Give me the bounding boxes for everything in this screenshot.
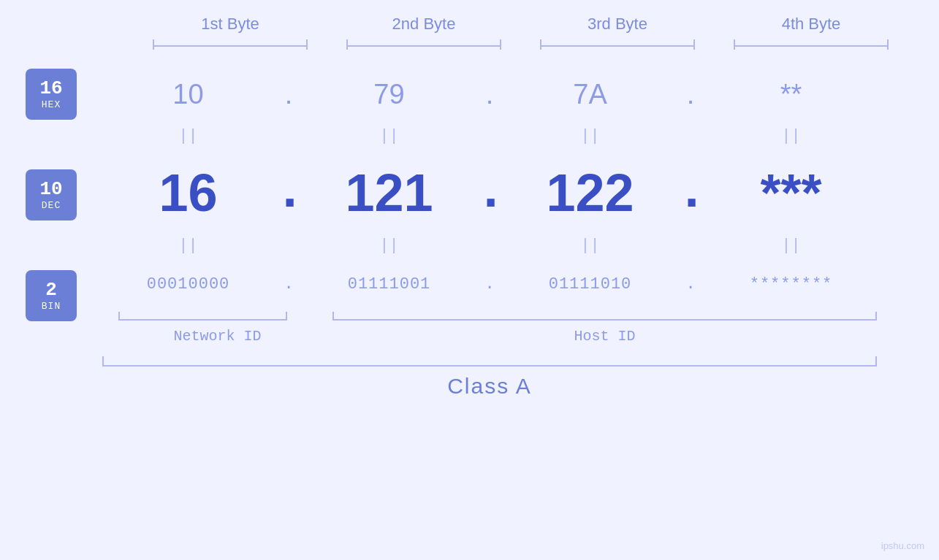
dec-byte4-value: *** <box>760 164 821 222</box>
bin-byte1-value: 00010000 <box>147 275 230 294</box>
byte2-header: 2nd Byte <box>327 15 521 39</box>
class-bracket-section: Class A <box>102 356 877 399</box>
bin-badge: 2 BIN <box>26 270 77 321</box>
bin-byte3: 01111010 <box>504 275 676 294</box>
byte1-header: 1st Byte <box>134 15 327 39</box>
dec-dot1: . <box>274 166 303 219</box>
dec-dot2: . <box>475 166 504 219</box>
class-label: Class A <box>447 374 532 398</box>
id-labels-row: Network ID Host ID <box>102 328 877 345</box>
hex-byte2-value: 79 <box>373 79 404 110</box>
bin-badge-number: 2 <box>45 280 57 301</box>
hex-byte4-value: ** <box>780 79 802 110</box>
hex-row: 10 . 79 . 7A . ** <box>102 65 877 123</box>
bin-byte2: 01111001 <box>303 275 475 294</box>
equals-1-b4: || <box>705 127 877 145</box>
byte3-header: 3rd Byte <box>521 15 715 39</box>
dec-byte2: 121 <box>303 166 475 219</box>
watermark: ipshu.com <box>881 540 924 551</box>
equals-2-b2: || <box>303 237 475 255</box>
badge-column: 16 HEX 10 DEC 2 BIN <box>0 61 102 399</box>
dec-badge: 10 DEC <box>26 169 77 220</box>
hex-badge-label: HEX <box>42 99 61 110</box>
dec-byte4: *** <box>705 166 877 219</box>
hex-byte4: ** <box>705 79 877 110</box>
bin-byte4: ******** <box>705 275 877 294</box>
equals-1-b3: || <box>504 127 676 145</box>
dec-byte3: 122 <box>504 166 676 219</box>
bin-byte1: 00010000 <box>102 275 274 294</box>
bin-byte3-value: 01111010 <box>549 275 632 294</box>
host-id-bracket <box>332 309 877 323</box>
dec-badge-number: 10 <box>39 179 62 200</box>
host-id-label: Host ID <box>332 328 877 345</box>
bin-dot1: . <box>274 275 303 294</box>
bytes-area: 10 . 79 . 7A . ** || || <box>102 61 939 399</box>
bin-byte4-value: ******** <box>750 275 833 294</box>
bracket-byte3 <box>521 39 715 54</box>
equals-row-1: || || || || <box>102 123 877 149</box>
hex-dot2: . <box>475 79 504 110</box>
equals-1-b1: || <box>102 127 274 145</box>
bin-dot2: . <box>475 275 504 294</box>
header-brackets <box>134 39 908 54</box>
hex-byte1-value: 10 <box>172 79 203 110</box>
hex-badge: 16 HEX <box>26 69 77 120</box>
hex-dot3: . <box>676 79 705 110</box>
bin-byte2-value: 01111001 <box>348 275 431 294</box>
dec-byte3-value: 122 <box>546 164 634 222</box>
dec-dot3: . <box>676 166 705 219</box>
hex-dot1: . <box>274 79 303 110</box>
byte4-header: 4th Byte <box>715 15 908 39</box>
hex-byte3-value: 7A <box>573 79 607 110</box>
dec-byte2-value: 121 <box>345 164 433 222</box>
bracket-byte2 <box>327 39 521 54</box>
hex-byte2: 79 <box>303 79 475 110</box>
equals-2-b1: || <box>102 237 274 255</box>
bin-row: 00010000 . 01111001 . 01111010 . *******… <box>102 262 877 306</box>
dec-badge-label: DEC <box>42 200 61 211</box>
bracket-byte1 <box>134 39 327 54</box>
dec-row: 16 . 121 . 122 . *** <box>102 153 877 233</box>
dec-byte1-value: 16 <box>159 164 217 222</box>
id-bracket-row <box>102 309 877 323</box>
equals-2-b4: || <box>705 237 877 255</box>
dec-byte1: 16 <box>102 166 274 219</box>
hex-byte3: 7A <box>504 79 676 110</box>
equals-2-b3: || <box>504 237 676 255</box>
equals-row-2: || || || || <box>102 233 877 258</box>
equals-1-b2: || <box>303 127 475 145</box>
hex-byte1: 10 <box>102 79 274 110</box>
main-container: 1st Byte 2nd Byte 3rd Byte 4th Byte 16 H… <box>0 0 939 560</box>
hex-badge-number: 16 <box>39 78 62 99</box>
network-id-bracket <box>102 309 303 323</box>
main-grid: 16 HEX 10 DEC 2 BIN 10 . 79 <box>0 61 939 399</box>
network-id-label: Network ID <box>102 328 332 345</box>
bin-dot3: . <box>676 275 705 294</box>
bin-badge-label: BIN <box>42 301 61 312</box>
bracket-byte4 <box>715 39 908 54</box>
byte-headers-row: 1st Byte 2nd Byte 3rd Byte 4th Byte <box>134 15 908 39</box>
